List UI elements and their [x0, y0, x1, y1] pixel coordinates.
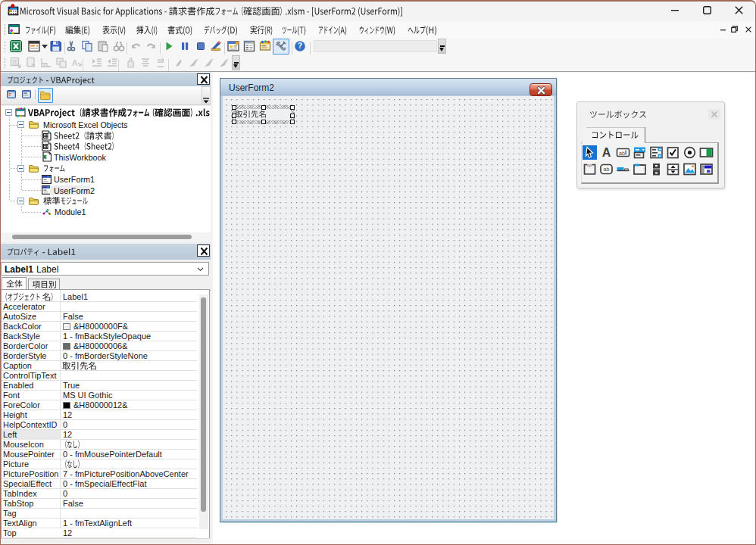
svg-text:ab: ab [619, 151, 625, 156]
svg-text:ab: ab [604, 167, 610, 172]
svg-text:?: ? [298, 41, 302, 50]
svg-text:A: A [72, 58, 78, 67]
svg-text:xyz: xyz [586, 163, 593, 167]
svg-text:A: A [602, 146, 611, 159]
